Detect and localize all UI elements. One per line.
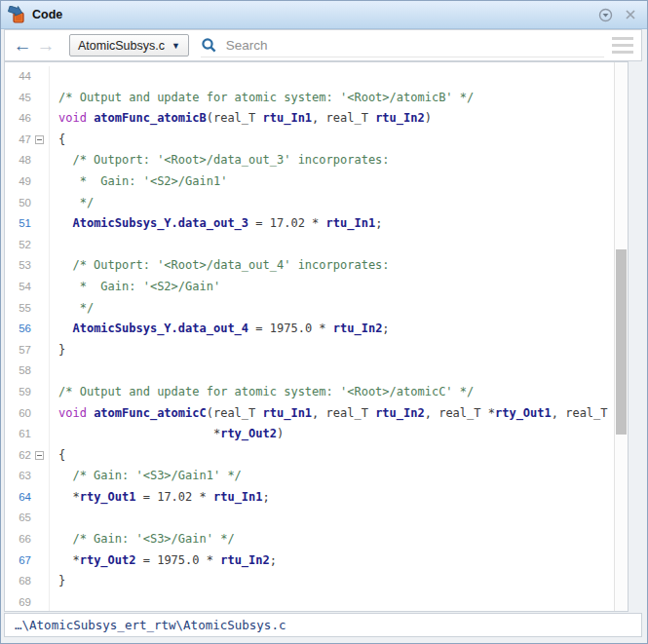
code-text: void atomFunc_atomicB(real_T rtu_In1, re… <box>58 108 432 130</box>
code-token: , real_T <box>552 406 608 420</box>
code-text: } <box>58 340 65 361</box>
code-symbol-link[interactable]: rtu_In2 <box>375 111 425 125</box>
file-selector-value: AtomicSubsys.c <box>78 39 165 53</box>
fold-column <box>31 529 50 550</box>
fold-column <box>31 108 50 130</box>
code-panel-window: Code ← → AtomicSubsys.c ▼ <box>0 0 648 644</box>
line-number: 47 <box>5 130 31 151</box>
code-symbol-link[interactable]: rty_Out1 <box>80 490 136 504</box>
line-number: 60 <box>5 403 31 425</box>
code-symbol-link[interactable]: rty_Out2 <box>80 553 136 567</box>
line-number-trace-link[interactable]: 56 <box>5 319 31 340</box>
code-token: { <box>58 448 65 462</box>
code-text: /* Outport: '<Root>/data_out_3' incorpor… <box>58 150 390 171</box>
fold-column <box>31 403 50 425</box>
line-number: 45 <box>5 88 31 109</box>
code-line: 52 <box>5 235 614 256</box>
code-text: /* Output and update for atomic system: … <box>58 382 474 403</box>
file-path: …\AtomicSubsys_ert_rtw\AtomicSubsys.c <box>15 618 286 632</box>
code-text: *rty_Out2) <box>58 424 284 445</box>
code-token: * Gain: '<S2>/Gain' <box>58 280 220 293</box>
code-symbol-link[interactable]: atomFunc_atomicC <box>94 406 207 420</box>
code-line: 46void atomFunc_atomicB(real_T rtu_In1, … <box>5 108 614 130</box>
code-token: = 1975.0 * <box>248 322 333 335</box>
fold-collapse-icon[interactable] <box>35 451 44 460</box>
code-line: 49 * Gain: '<S2>/Gain1' <box>5 171 614 193</box>
fold-column <box>31 445 50 467</box>
back-button[interactable]: ← <box>11 36 34 55</box>
code-symbol-link[interactable]: rty_Out2 <box>220 427 277 440</box>
code-editor-pane: 4445/* Output and update for atomic syst… <box>4 61 629 612</box>
close-button[interactable] <box>621 5 640 24</box>
fold-collapse-icon[interactable] <box>35 135 44 144</box>
code-symbol-link[interactable]: atomFunc_atomicB <box>94 111 207 125</box>
code-symbol-link[interactable]: rtu_In1 <box>263 111 313 125</box>
fold-column <box>31 571 50 592</box>
fold-column <box>31 487 50 509</box>
vertical-scrollbar[interactable] <box>614 62 628 611</box>
code-token: (real_T <box>207 111 263 125</box>
code-line: 56 AtomicSubsys_Y.data_out_4 = 1975.0 * … <box>5 319 614 340</box>
code-symbol-link[interactable]: AtomicSubsys_Y.data_out_4 <box>72 322 248 335</box>
code-token: , real_T <box>312 111 375 125</box>
forward-button[interactable]: → <box>34 36 57 55</box>
line-number: 52 <box>5 235 31 256</box>
code-symbol-link[interactable]: rtu_In1 <box>263 406 313 420</box>
line-number: 65 <box>5 508 31 529</box>
dock-menu-button[interactable] <box>595 5 615 24</box>
status-bar: …\AtomicSubsys_ert_rtw\AtomicSubsys.c <box>4 613 642 637</box>
code-token: , real_T <box>312 406 375 420</box>
code-line: 57} <box>5 340 614 361</box>
simulink-code-badge-icon <box>8 6 27 23</box>
code-symbol-link[interactable]: rty_Out1 <box>495 406 552 420</box>
code-token: */ <box>58 301 94 315</box>
code-symbol-link[interactable]: rtu_In2 <box>333 322 383 335</box>
line-number: 46 <box>5 108 31 130</box>
fold-column <box>31 382 50 403</box>
fold-column <box>31 130 50 151</box>
scrollbar-thumb[interactable] <box>616 249 627 435</box>
code-line: 60void atomFunc_atomicC(real_T rtu_In1, … <box>5 403 614 425</box>
code-symbol-link[interactable]: rtu_In1 <box>213 490 263 504</box>
code-token: /* Output and update for atomic system: … <box>58 91 474 104</box>
line-number-trace-link[interactable]: 64 <box>5 487 31 509</box>
code-symbol-link[interactable]: rtu_In2 <box>220 553 270 567</box>
code-token <box>58 216 72 230</box>
code-symbol-link[interactable]: rtu_In1 <box>326 216 376 230</box>
code-text: void atomFunc_atomicC(real_T rtu_In1, re… <box>58 403 608 425</box>
code-token: void <box>58 111 94 125</box>
fold-column <box>31 319 50 340</box>
line-number: 44 <box>5 66 31 88</box>
fold-column <box>31 298 50 320</box>
code-line: 65 <box>5 508 614 529</box>
code-line: 44 <box>5 66 614 88</box>
code-symbol-link[interactable]: AtomicSubsys_Y.data_out_3 <box>72 216 248 230</box>
code-text: *rty_Out1 = 17.02 * rtu_In1; <box>58 487 270 509</box>
code-symbol-link[interactable]: rtu_In2 <box>375 406 425 420</box>
code-text: /* Output and update for atomic system: … <box>58 88 474 109</box>
fold-column <box>31 171 50 193</box>
fold-column <box>31 424 50 445</box>
code-line: 64 *rty_Out1 = 17.02 * rtu_In1; <box>5 487 614 509</box>
fold-column <box>31 592 50 611</box>
code-token: /* Gain: '<S3>/Gain1' */ <box>58 469 242 482</box>
line-number-trace-link[interactable]: 51 <box>5 213 31 235</box>
code-lines: 4445/* Output and update for atomic syst… <box>5 62 614 611</box>
fold-column <box>31 235 50 256</box>
code-token: /* Outport: '<Root>/data_out_4' incorpor… <box>58 258 390 272</box>
window-title: Code <box>32 8 62 21</box>
code-token: */ <box>58 196 94 209</box>
file-selector-dropdown[interactable]: AtomicSubsys.c ▼ <box>69 34 189 57</box>
search-input[interactable] <box>224 37 604 54</box>
code-line: 54 * Gain: '<S2>/Gain' <box>5 277 614 298</box>
fold-column <box>31 193 50 214</box>
line-number: 58 <box>5 360 31 382</box>
code-token: * Gain: '<S2>/Gain1' <box>58 174 227 188</box>
chevron-down-icon: ▼ <box>172 41 180 51</box>
fold-column <box>31 213 50 235</box>
line-number-trace-link[interactable]: 67 <box>5 550 31 572</box>
code-token: * <box>58 427 220 440</box>
hamburger-menu-icon[interactable] <box>612 37 633 54</box>
line-number: 62 <box>5 445 31 467</box>
code-text: AtomicSubsys_Y.data_out_3 = 17.02 * rtu_… <box>58 213 382 235</box>
